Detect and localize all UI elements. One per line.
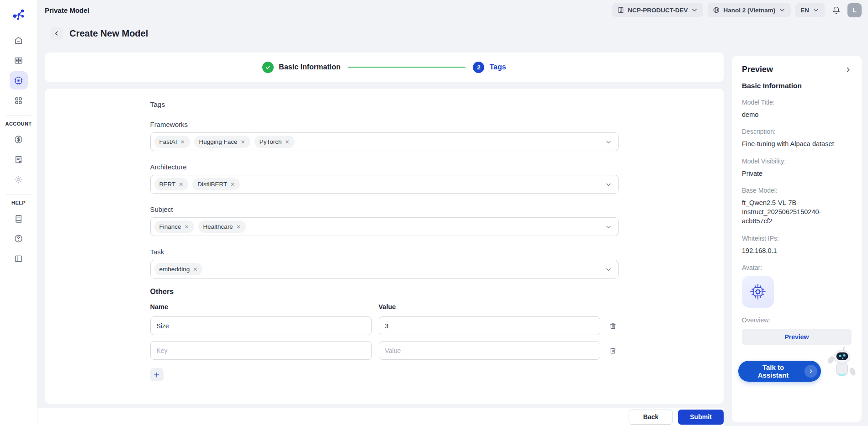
overview-label: Overview: [742,316,852,324]
remove-chip-icon[interactable]: ✕ [285,139,289,145]
sidebar-item-models[interactable] [10,71,28,89]
chip-gear-icon [748,282,768,302]
chip-label: FastAI [159,138,177,145]
stepper-connector [348,67,466,68]
trash-icon [609,347,617,355]
step-label: Basic Information [279,63,340,71]
overview-preview-button[interactable]: Preview [742,329,852,345]
left-column: Basic Information 2 Tags Tags Frameworks [45,50,724,426]
chip-label: Finance [159,223,181,230]
chip-distilbert: DistilBERT✕ [192,178,240,190]
preview-title: Preview [742,65,773,74]
other-name-input[interactable] [150,341,372,360]
chip-embedding: embedding✕ [154,263,203,275]
other-value-input[interactable] [379,341,600,360]
remove-chip-icon[interactable]: ✕ [180,139,185,145]
delete-row-button[interactable] [609,347,617,355]
sidebar-divider [6,194,32,195]
step-tags[interactable]: 2 Tags [473,62,506,73]
others-row [150,341,619,360]
topbar: Private Model NCP-PRODUCT-DEV Hanoi 2 (V… [37,0,868,20]
main-area: Private Model NCP-PRODUCT-DEV Hanoi 2 (V… [37,0,868,426]
org-selector-label: NCP-PRODUCT-DEV [628,7,688,14]
org-selector[interactable]: NCP-PRODUCT-DEV [612,3,703,17]
visibility-value: Private [742,169,852,178]
sidebar-item-settings[interactable] [10,170,28,189]
remove-chip-icon[interactable]: ✕ [185,224,189,230]
talk-to-assistant-button[interactable]: Talk to Assistant [738,361,821,382]
avatar-initial: L [852,6,857,14]
page-title: Create New Model [69,28,148,39]
remove-chip-icon[interactable]: ✕ [230,182,235,187]
others-table-headers: Name Value [150,303,619,310]
book-icon [14,214,23,223]
chevron-down-icon [812,6,820,14]
sidebar-section-help: HELP [11,200,26,205]
building-icon [617,6,625,14]
preview-panel-header[interactable]: Preview [742,65,852,74]
invoice-icon [14,155,23,164]
back-nav-button[interactable] [50,27,63,40]
remove-chip-icon[interactable]: ✕ [236,224,241,230]
step-number-badge: 2 [473,62,484,73]
sidebar: ACCOUNT HELP [0,0,37,426]
others-row [150,316,619,335]
step-completed-check-icon [262,62,274,73]
preview-section-title: Basic Information [742,82,852,90]
chevron-right-icon [804,365,817,378]
app-logo-icon[interactable] [11,6,27,23]
home-icon [14,36,23,45]
architecture-label: Architecture [150,163,619,171]
sidebar-item-home[interactable] [10,31,28,49]
sidebar-item-collapse[interactable] [10,249,28,268]
notifications-button[interactable] [829,3,843,17]
others-section-title: Others [150,288,619,296]
user-avatar[interactable]: L [847,3,862,17]
architecture-multiselect[interactable]: BERT✕ DistilBERT✕ [150,175,619,194]
sidebar-item-apps[interactable] [10,91,28,110]
architecture-chips: BERT✕ DistilBERT✕ [154,178,605,190]
task-label: Task [150,248,619,256]
gear-icon [14,175,23,184]
subject-multiselect[interactable]: Finance✕ Healthcare✕ [150,217,619,236]
add-row-button[interactable] [150,368,164,381]
chip-label: embedding [159,266,190,273]
back-button[interactable]: Back [629,410,673,425]
app-root: ACCOUNT HELP Private Model [0,0,868,426]
right-column: Preview Basic Information Model Title: d… [732,50,862,426]
delete-row-button[interactable] [609,322,617,330]
sidebar-item-support[interactable] [10,229,28,247]
chevron-right-icon [845,66,852,73]
language-selector[interactable]: EN [795,3,825,17]
whitelist-ips-label: Whitelist IPs: [742,235,852,242]
other-name-input[interactable] [150,316,372,335]
frameworks-chips: FastAI✕ Hugging Face✕ PyTorch✕ [154,136,605,148]
task-multiselect[interactable]: embedding✕ [150,260,619,279]
name-column-header: Name [150,303,372,310]
stepper-card: Basic Information 2 Tags [45,53,724,82]
remove-chip-icon[interactable]: ✕ [193,267,197,272]
sidebar-item-billing[interactable] [10,130,28,148]
remove-chip-icon[interactable]: ✕ [241,139,245,145]
other-value-input[interactable] [379,316,600,335]
chevron-down-icon [605,181,612,188]
step-basic-information[interactable]: Basic Information [262,62,340,73]
region-selector[interactable]: Hanoi 2 (Vietnam) [708,3,791,17]
chip-label: BERT [159,181,176,188]
base-model-label: Base Model: [742,187,852,194]
frameworks-multiselect[interactable]: FastAI✕ Hugging Face✕ PyTorch✕ [150,132,619,151]
chip-bert: BERT✕ [154,178,189,190]
model-title-value: demo [742,110,852,119]
globe-icon [713,6,720,14]
sidebar-divider [6,115,32,116]
sidebar-item-docs[interactable] [10,209,28,227]
sidebar-item-invoices[interactable] [10,150,28,168]
sidebar-item-dashboard[interactable] [10,51,28,69]
value-column-header: Value [379,303,600,310]
visibility-label: Model Visibility: [742,158,852,165]
submit-button[interactable]: Submit [678,410,724,425]
remove-chip-icon[interactable]: ✕ [179,182,183,187]
chip-icon [14,76,23,85]
whitelist-ips-value: 192.168.0.1 [742,246,852,255]
description-value: Fine-tuning with Alpaca dataset [742,139,852,148]
